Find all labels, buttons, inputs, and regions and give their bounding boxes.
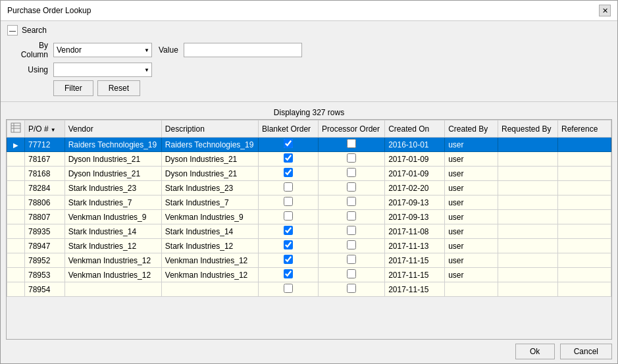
cell-processor-order [319,138,385,152]
cell-reference [558,253,611,268]
cell-created-on: 2017-11-15 [385,253,445,268]
using-row: Using [7,63,611,77]
processor-order-checkbox[interactable] [347,197,356,206]
processor-order-checkbox[interactable] [347,240,356,249]
cell-created-on: 2017-11-13 [385,239,445,253]
cell-po: 78947 [25,239,65,253]
cell-created-on: 2017-11-15 [385,268,445,282]
cell-vendor: Venkman Industries_9 [64,210,161,224]
blanket-order-checkbox[interactable] [284,284,293,293]
cell-reference [558,239,611,253]
cell-reference [558,268,611,282]
cell-requested-by [498,224,558,239]
cell-created-by [445,282,498,297]
grid-section: Displaying 327 rows [1,102,617,340]
cell-created-on: 2017-09-13 [385,195,445,210]
value-input[interactable] [184,43,302,57]
processor-order-checkbox[interactable] [347,255,356,264]
blanket-order-checkbox[interactable] [284,255,293,264]
close-button[interactable]: ✕ [599,5,611,16]
cell-po: 78806 [25,195,65,210]
table-row[interactable]: 78167Dyson Industries_21Dyson Industries… [7,152,611,167]
table-row[interactable]: 78953Venkman Industries_12Venkman Indust… [7,268,611,282]
by-column-row: By Column Vendor P/O # Description Creat… [7,41,611,59]
blanket-order-checkbox[interactable] [284,153,293,163]
table-row[interactable]: 78935Stark Industries_14Stark Industries… [7,224,611,239]
cell-blanket-order [259,167,319,181]
cell-po: 78284 [25,181,65,195]
table-row[interactable]: 789542017-11-15 [7,282,611,297]
processor-order-checkbox[interactable] [347,153,356,163]
processor-order-checkbox[interactable] [347,269,356,278]
blanket-order-checkbox[interactable] [284,168,293,177]
cell-vendor: Venkman Industries_12 [64,253,161,268]
cell-description: Stark Industries_7 [161,195,258,210]
filter-button[interactable]: Filter [53,80,93,96]
blanket-order-checkbox[interactable] [284,182,293,192]
header-po[interactable]: P/O #▼ [25,120,65,138]
table-row[interactable]: 78807Venkman Industries_9Venkman Industr… [7,210,611,224]
blanket-order-checkbox[interactable] [284,269,293,278]
dialog-title: Purchase Order Lookup [7,6,91,15]
using-select-wrapper [53,63,152,77]
cancel-button[interactable]: Cancel [560,344,612,359]
by-column-select-wrapper: Vendor P/O # Description Created On Crea… [53,43,152,57]
cell-po: 78807 [25,210,65,224]
header-processor-order[interactable]: Processor Order [319,120,385,138]
cell-vendor: Stark Industries_23 [64,181,161,195]
grid-scroll[interactable]: P/O #▼ Vendor Description Blanket Order … [7,120,611,339]
cell-description: Venkman Industries_9 [161,210,258,224]
header-vendor[interactable]: Vendor [64,120,161,138]
cell-description: Stark Industries_14 [161,224,258,239]
cell-created-by: user [445,253,498,268]
table-row[interactable]: 78947Stark Industries_12Stark Industries… [7,239,611,253]
table-row[interactable]: 78952Venkman Industries_12Venkman Indust… [7,253,611,268]
table-row[interactable]: 78284Stark Industries_23Stark Industries… [7,181,611,195]
cell-po: 78954 [25,282,65,297]
processor-order-checkbox[interactable] [347,211,356,221]
cell-requested-by [498,268,558,282]
cell-description: Stark Industries_23 [161,181,258,195]
blanket-order-checkbox[interactable] [284,240,293,249]
reset-button[interactable]: Reset [97,80,140,96]
cell-created-by: user [445,239,498,253]
cell-requested-by [498,138,558,152]
cell-processor-order [319,167,385,181]
header-blanket-order[interactable]: Blanket Order [259,120,319,138]
table-row[interactable]: 78168Dyson Industries_21Dyson Industries… [7,167,611,181]
blanket-order-checkbox[interactable] [284,226,293,235]
cell-reference [558,138,611,152]
table-row[interactable]: 78806Stark Industries_7Stark Industries_… [7,195,611,210]
cell-requested-by [498,152,558,167]
header-requested-by[interactable]: Requested By [498,120,558,138]
header-created-by[interactable]: Created By [445,120,498,138]
using-select[interactable] [53,63,152,77]
collapse-button[interactable]: — [7,25,18,36]
cell-po: 78168 [25,167,65,181]
row-indicator-cell [7,253,25,268]
title-bar: Purchase Order Lookup ✕ [1,1,617,21]
by-column-select[interactable]: Vendor P/O # Description Created On Crea… [53,43,152,57]
table-row[interactable]: ▶77712Raiders Technologies_19Raiders Tec… [7,138,611,152]
header-reference[interactable]: Reference [558,120,611,138]
cell-reference [558,167,611,181]
cell-created-by: user [445,224,498,239]
processor-order-checkbox[interactable] [347,168,356,177]
blanket-order-checkbox[interactable] [284,139,293,148]
footer: Ok Cancel [1,340,617,363]
cell-processor-order [319,239,385,253]
processor-order-checkbox[interactable] [347,226,356,235]
processor-order-checkbox[interactable] [347,284,356,293]
blanket-order-checkbox[interactable] [284,197,293,206]
ok-button[interactable]: Ok [515,344,555,359]
row-indicator-cell [7,268,25,282]
header-created-on[interactable]: Created On [385,120,445,138]
cell-description: Stark Industries_12 [161,239,258,253]
cell-reference [558,152,611,167]
header-description[interactable]: Description [161,120,258,138]
processor-order-checkbox[interactable] [347,139,356,148]
processor-order-checkbox[interactable] [347,182,356,192]
cell-vendor: Venkman Industries_12 [64,268,161,282]
purchase-order-lookup-dialog: Purchase Order Lookup ✕ — Search By Colu… [0,0,618,364]
blanket-order-checkbox[interactable] [284,211,293,221]
